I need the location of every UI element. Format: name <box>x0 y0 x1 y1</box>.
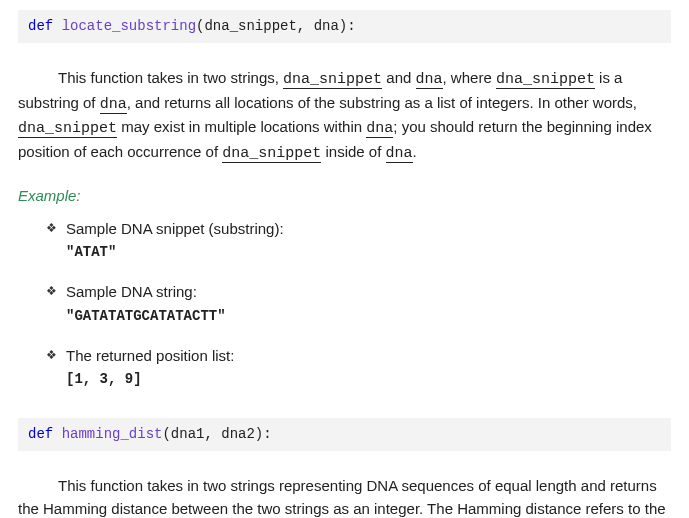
bullet-label: Sample DNA snippet (substring): <box>66 220 284 237</box>
function-params: (dna_snippet, dna): <box>196 18 356 34</box>
function-params: (dna1, dna2): <box>162 426 271 442</box>
keyword-def: def <box>28 18 53 34</box>
function-name: locate_substring <box>62 18 196 34</box>
example-heading: Example: <box>18 185 671 208</box>
list-item: Sample DNA snippet (substring): "ATAT" <box>46 218 671 264</box>
bullet-code: "ATAT" <box>66 242 671 263</box>
bullet-label: The returned position list: <box>66 347 234 364</box>
arg-snippet: dna_snippet <box>283 71 382 89</box>
list-item: The returned position list: [1, 3, 9] <box>46 345 671 391</box>
bullet-code: "GATATATGCATATACTT" <box>66 306 671 327</box>
function-1-description: This function takes in two strings, dna_… <box>18 67 671 165</box>
example-list: Sample DNA snippet (substring): "ATAT" S… <box>18 218 671 391</box>
bullet-label: Sample DNA string: <box>66 283 197 300</box>
keyword-def: def <box>28 426 53 442</box>
function-2-description: This function takes in two strings repre… <box>18 475 671 518</box>
list-item: Sample DNA string: "GATATATGCATATACTT" <box>46 281 671 327</box>
function-signature-1: def locate_substring(dna_snippet, dna): <box>18 10 671 43</box>
bullet-code: [1, 3, 9] <box>66 369 671 390</box>
arg-dna: dna <box>416 71 443 89</box>
function-signature-2: def hamming_dist(dna1, dna2): <box>18 418 671 451</box>
function-name: hamming_dist <box>62 426 163 442</box>
